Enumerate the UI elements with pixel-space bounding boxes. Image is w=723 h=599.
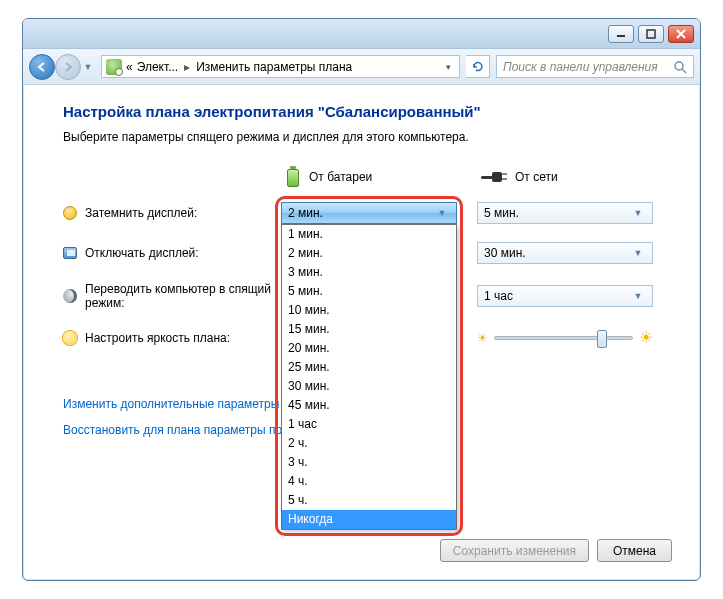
forward-button[interactable] bbox=[55, 54, 81, 80]
sun-icon bbox=[63, 331, 77, 345]
plug-icon bbox=[481, 170, 507, 184]
sleep-ac-combo[interactable]: 1 час ▼ bbox=[477, 285, 653, 307]
chevron-down-icon: ▼ bbox=[434, 208, 450, 218]
sun-small-icon: ☀ bbox=[477, 331, 488, 345]
titlebar bbox=[23, 19, 700, 49]
client-area: Настройка плана электропитания "Сбаланси… bbox=[23, 85, 700, 580]
dropdown-option[interactable]: 30 мин. bbox=[282, 377, 456, 396]
chevron-down-icon: ▼ bbox=[630, 208, 646, 218]
sleep-ac-value: 1 час bbox=[484, 289, 630, 303]
breadcrumb-1[interactable]: Элект... bbox=[137, 60, 178, 74]
close-button[interactable] bbox=[668, 25, 694, 43]
back-button[interactable] bbox=[29, 54, 55, 80]
slider-thumb[interactable] bbox=[597, 330, 607, 348]
refresh-button[interactable] bbox=[466, 55, 490, 78]
moon-icon bbox=[63, 289, 77, 303]
page-title: Настройка плана электропитания "Сбаланси… bbox=[63, 103, 672, 120]
svg-rect-1 bbox=[647, 30, 655, 38]
row-dim-display: Затемнить дисплей: 2 мин. ▼ 5 мин. ▼ bbox=[63, 202, 672, 224]
row-dim-label: Затемнить дисплей: bbox=[85, 206, 281, 220]
dropdown-option[interactable]: 1 мин. bbox=[282, 225, 456, 244]
dim-icon bbox=[63, 206, 77, 220]
column-ac-label: От сети bbox=[515, 170, 558, 184]
search-placeholder: Поиск в панели управления bbox=[503, 60, 673, 74]
control-panel-window: ▼ « Элект... ▸ Изменить параметры плана … bbox=[22, 18, 701, 581]
dropdown-option[interactable]: 1 час bbox=[282, 415, 456, 434]
breadcrumb-prefix: « bbox=[126, 60, 133, 74]
page-subtitle: Выберите параметры спящего режима и дисп… bbox=[63, 130, 672, 144]
dropdown-option[interactable]: 5 мин. bbox=[282, 282, 456, 301]
address-dropdown[interactable]: ▾ bbox=[442, 62, 455, 72]
battery-icon bbox=[285, 166, 301, 188]
refresh-icon bbox=[471, 60, 485, 74]
column-battery: От батареи bbox=[285, 166, 461, 188]
breadcrumb-2[interactable]: Изменить параметры плана bbox=[196, 60, 352, 74]
dropdown-option[interactable]: 2 мин. bbox=[282, 244, 456, 263]
arrow-left-icon bbox=[36, 61, 48, 73]
search-icon bbox=[673, 60, 687, 74]
slider-track[interactable] bbox=[494, 336, 633, 340]
navbar: ▼ « Элект... ▸ Изменить параметры плана … bbox=[23, 49, 700, 85]
chevron-down-icon: ▼ bbox=[630, 291, 646, 301]
column-headers: От батареи От сети bbox=[285, 166, 672, 188]
dropdown-option[interactable]: 5 ч. bbox=[282, 491, 456, 510]
dim-ac-combo[interactable]: 5 мин. ▼ bbox=[477, 202, 653, 224]
dropdown-option[interactable]: 25 мин. bbox=[282, 358, 456, 377]
dim-battery-value: 2 мин. bbox=[288, 206, 434, 220]
svg-point-4 bbox=[675, 62, 683, 70]
chevron-right-icon: ▸ bbox=[182, 60, 192, 74]
dropdown-option[interactable]: 3 ч. bbox=[282, 453, 456, 472]
history-dropdown[interactable]: ▼ bbox=[81, 54, 95, 80]
sun-large-icon: ☀ bbox=[639, 328, 653, 347]
chevron-down-icon: ▼ bbox=[630, 248, 646, 258]
dropdown-option[interactable]: 4 ч. bbox=[282, 472, 456, 491]
row-sleep-label: Переводить компьютер в спящий режим: bbox=[85, 282, 281, 310]
minimize-button[interactable] bbox=[608, 25, 634, 43]
dropdown-option[interactable]: 3 мин. bbox=[282, 263, 456, 282]
off-ac-combo[interactable]: 30 мин. ▼ bbox=[477, 242, 653, 264]
address-bar[interactable]: « Элект... ▸ Изменить параметры плана ▾ bbox=[101, 55, 460, 78]
power-options-icon bbox=[106, 59, 122, 75]
row-brightness-label: Настроить яркость плана: bbox=[85, 331, 281, 345]
column-battery-label: От батареи bbox=[309, 170, 372, 184]
off-ac-value: 30 мин. bbox=[484, 246, 630, 260]
search-input[interactable]: Поиск в панели управления bbox=[496, 55, 694, 78]
cancel-button[interactable]: Отмена bbox=[597, 539, 672, 562]
footer-buttons: Сохранить изменения Отмена bbox=[440, 539, 672, 562]
monitor-icon bbox=[63, 247, 77, 259]
row-off-label: Отключать дисплей: bbox=[85, 246, 281, 260]
dropdown-option[interactable]: 20 мин. bbox=[282, 339, 456, 358]
dim-battery-combo[interactable]: 2 мин. ▼ bbox=[281, 202, 457, 224]
brightness-ac-slider[interactable]: ☀ ☀ bbox=[477, 328, 653, 347]
save-button[interactable]: Сохранить изменения bbox=[440, 539, 589, 562]
dim-ac-value: 5 мин. bbox=[484, 206, 630, 220]
dropdown-option[interactable]: 15 мин. bbox=[282, 320, 456, 339]
arrow-right-icon bbox=[62, 61, 74, 73]
column-ac: От сети bbox=[481, 170, 657, 184]
dropdown-option[interactable]: 45 мин. bbox=[282, 396, 456, 415]
dropdown-option[interactable]: 2 ч. bbox=[282, 434, 456, 453]
dim-battery-dropdown[interactable]: 1 мин.2 мин.3 мин.5 мин.10 мин.15 мин.20… bbox=[281, 224, 457, 530]
maximize-button[interactable] bbox=[638, 25, 664, 43]
dropdown-option[interactable]: 10 мин. bbox=[282, 301, 456, 320]
svg-line-5 bbox=[682, 69, 686, 73]
dropdown-option[interactable]: Никогда bbox=[282, 510, 456, 529]
